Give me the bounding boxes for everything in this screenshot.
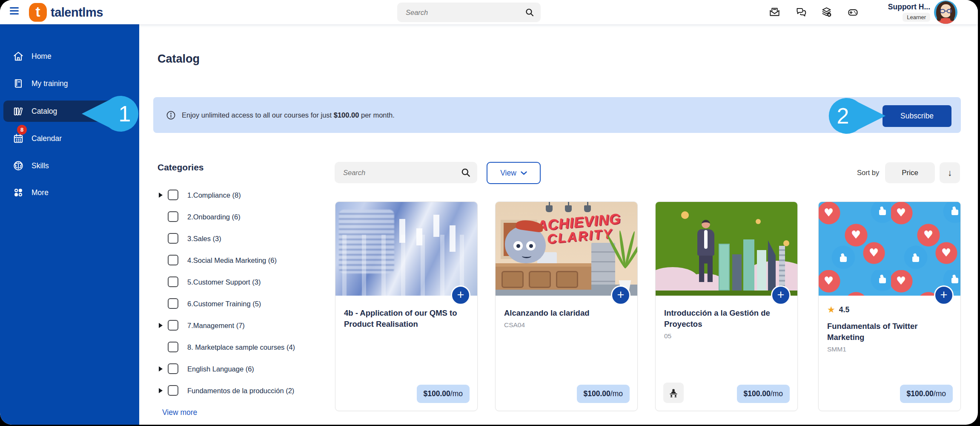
add-course-button[interactable]: + bbox=[934, 285, 954, 305]
category-label[interactable]: 1.Compliance (8) bbox=[187, 190, 241, 201]
category-label[interactable]: English Language (6) bbox=[187, 363, 254, 375]
expand-arrow-icon[interactable] bbox=[159, 193, 163, 198]
category-checkbox[interactable] bbox=[168, 385, 178, 396]
course-rating: ★ 4.5 bbox=[827, 305, 952, 315]
inbox-icon[interactable] bbox=[769, 6, 780, 18]
course-image bbox=[335, 202, 477, 296]
category-label[interactable]: Fundamentos de la producción (2) bbox=[187, 385, 294, 397]
menu-icon[interactable] bbox=[10, 7, 19, 17]
price-period: /mo bbox=[450, 389, 463, 398]
price-amount: $100.00 bbox=[584, 389, 610, 398]
price-badge[interactable]: $100.00/mo bbox=[737, 385, 790, 403]
category-checkbox[interactable] bbox=[168, 342, 178, 352]
sidebar-item-my-training[interactable]: My training bbox=[0, 73, 139, 94]
categories-title: Categories bbox=[158, 162, 204, 173]
dots-icon bbox=[13, 187, 24, 198]
category-checkbox[interactable] bbox=[168, 363, 178, 374]
sort-by-label: Sort by bbox=[857, 169, 879, 177]
catalog-search-input[interactable] bbox=[335, 162, 477, 183]
category-label[interactable]: 4.Social Media Marketing (6) bbox=[187, 255, 277, 266]
category-checkbox[interactable] bbox=[168, 233, 178, 244]
price-period: /mo bbox=[610, 389, 623, 398]
category-checkbox[interactable] bbox=[168, 211, 178, 222]
course-title: Introducción a la Gestión de Proyectos bbox=[664, 308, 789, 330]
top-header: t talentlms Support H... Learner bbox=[0, 0, 978, 24]
price-amount: $100.00 bbox=[424, 389, 450, 398]
course-image: ♥ ♥ ♥ ♥ ♥ ♥ ♥ ♥ bbox=[819, 202, 960, 296]
sidebar-item-label: My training bbox=[32, 79, 68, 88]
category-checkbox[interactable] bbox=[168, 320, 178, 331]
course-card[interactable]: + 4b - Application of our QMS to Product… bbox=[335, 201, 478, 411]
header-search bbox=[397, 3, 541, 22]
category-checkbox[interactable] bbox=[168, 276, 178, 287]
category-label[interactable]: 7.Management (7) bbox=[187, 320, 245, 331]
category-checkbox[interactable] bbox=[168, 190, 178, 200]
category-label[interactable]: 3.Sales (3) bbox=[187, 233, 221, 245]
user-role-badge: Learner bbox=[903, 13, 930, 22]
course-title: 4b - Application of our QMS to Product R… bbox=[344, 308, 469, 330]
book-icon bbox=[13, 78, 24, 89]
expand-arrow-icon[interactable] bbox=[159, 366, 163, 371]
course-card-body: 4b - Application of our QMS to Product R… bbox=[335, 296, 477, 411]
price-badge[interactable]: $100.00/mo bbox=[577, 385, 630, 403]
add-course-button[interactable]: + bbox=[451, 285, 470, 305]
price-period: /mo bbox=[934, 389, 946, 398]
rating-value: 4.5 bbox=[839, 305, 849, 314]
view-more-link[interactable]: View more bbox=[162, 408, 197, 417]
annotation-step-2-number: 2 bbox=[837, 104, 849, 128]
sort-direction-button[interactable]: ↓ bbox=[940, 162, 960, 183]
header-search-input[interactable] bbox=[397, 3, 541, 22]
classroom-icon bbox=[668, 387, 679, 398]
course-title: Alcanzando la claridad bbox=[504, 308, 629, 319]
category-label[interactable]: 5.Customer Support (3) bbox=[187, 276, 261, 288]
banner-text: Enjoy unlimited access to all our course… bbox=[182, 111, 395, 119]
sort-field-button[interactable]: Price bbox=[885, 162, 935, 183]
training-stack-icon[interactable] bbox=[821, 6, 832, 18]
discussions-icon[interactable] bbox=[795, 6, 807, 18]
category-checkbox[interactable] bbox=[168, 255, 178, 265]
info-icon bbox=[166, 110, 176, 120]
search-icon bbox=[524, 7, 535, 17]
page-title: Catalog bbox=[158, 52, 200, 66]
user-menu[interactable]: Support H... Learner bbox=[868, 3, 930, 22]
sidebar-item-home[interactable]: Home bbox=[0, 46, 139, 67]
course-card-body: ★ 4.5 Fundamentals of Twitter Marketing … bbox=[819, 296, 960, 411]
add-course-button[interactable]: + bbox=[771, 285, 791, 305]
course-card[interactable]: ACHIEVING CLARITY + Alcanzando la clarid… bbox=[495, 201, 638, 411]
sidebar-item-label: Calendar bbox=[32, 134, 62, 143]
catalog-search bbox=[335, 162, 477, 183]
brain-icon bbox=[13, 160, 24, 171]
price-badge[interactable]: $100.00/mo bbox=[417, 385, 470, 403]
course-card-body: Introducción a la Gestión de Proyectos 0… bbox=[656, 296, 797, 411]
category-label[interactable]: 6.Customer Training (5) bbox=[187, 298, 261, 310]
app-logo[interactable]: t talentlms bbox=[29, 3, 103, 22]
annotation-step-2: 2 bbox=[824, 97, 886, 135]
banner-price: $100.00 bbox=[334, 111, 359, 119]
annotation-step-1: 1 bbox=[81, 95, 143, 132]
user-name: Support H... bbox=[868, 3, 930, 12]
sidebar-item-label: More bbox=[32, 188, 49, 197]
category-label[interactable]: 2.Onboarding (6) bbox=[187, 211, 241, 223]
expand-arrow-icon[interactable] bbox=[159, 323, 163, 328]
calendar-badge: 8 bbox=[17, 125, 27, 135]
add-course-button[interactable]: + bbox=[611, 285, 630, 305]
course-image bbox=[656, 202, 797, 296]
category-checkbox[interactable] bbox=[168, 298, 178, 309]
expand-arrow-icon[interactable] bbox=[159, 388, 163, 393]
subscribe-button[interactable]: Subscribe bbox=[883, 105, 951, 127]
course-card[interactable]: + Introducción a la Gestión de Proyectos… bbox=[655, 201, 798, 411]
category-label[interactable]: 8. Marketplace sample courses (4) bbox=[187, 342, 295, 353]
sidebar-item-more[interactable]: More bbox=[0, 182, 139, 203]
course-code: 05 bbox=[664, 332, 789, 340]
search-icon bbox=[460, 167, 471, 178]
games-icon[interactable] bbox=[847, 6, 859, 18]
price-badge[interactable]: $100.00/mo bbox=[900, 385, 953, 403]
price-period: /mo bbox=[771, 389, 783, 398]
course-card-body: Alcanzando la claridad CSA04 $100.00/mo bbox=[496, 296, 637, 411]
app-window: Home My training Catalog 8 Calendar Skil… bbox=[0, 0, 978, 425]
course-card[interactable]: ♥ ♥ ♥ ♥ ♥ ♥ ♥ ♥ + ★ 4.5 Fundament bbox=[818, 201, 961, 411]
avatar[interactable] bbox=[934, 0, 957, 24]
sidebar-item-skills[interactable]: Skills bbox=[0, 155, 139, 176]
view-dropdown[interactable]: View bbox=[487, 162, 541, 184]
view-dropdown-label: View bbox=[500, 169, 516, 178]
